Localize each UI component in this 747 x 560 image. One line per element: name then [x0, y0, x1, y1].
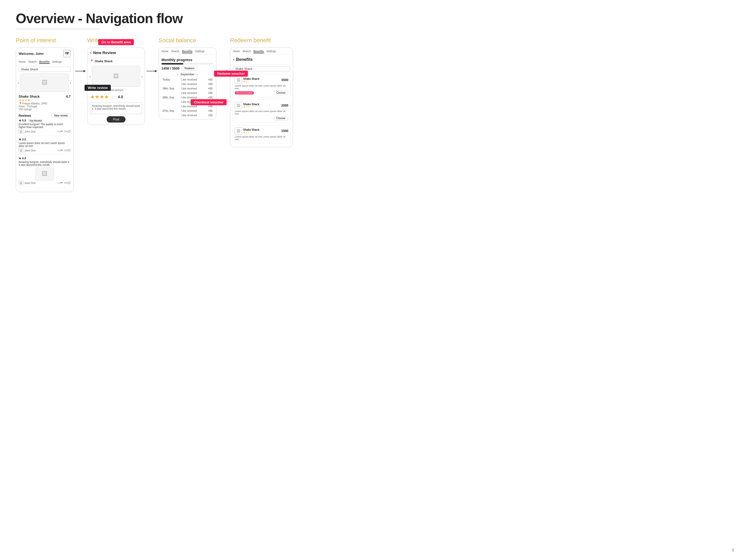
review-item-1: ★ 5.0 Top Review Excellent burguer! The … [19, 119, 71, 136]
go-to-benefit-label: Go to Benefit area [98, 39, 134, 45]
page-title: Overview - Navigation flow [16, 10, 731, 26]
red-nav-benefits[interactable]: Benefits [253, 50, 264, 53]
map-icon: 🗺 [63, 50, 71, 57]
review-star-2: ★ 3.5 [19, 138, 26, 141]
nav-benefits[interactable]: Benefits [39, 60, 49, 64]
table-row: Like received +50 [161, 113, 213, 117]
prev-arrow[interactable]: ‹ [18, 81, 20, 85]
svg-marker-1 [83, 70, 85, 72]
author-name-3: Jane Doe [24, 182, 36, 185]
column-balance: Social balance Redeem voucher Home Searc… [159, 37, 216, 119]
benefit-icon-3: 🖼 [235, 127, 242, 135]
choose-button-2[interactable]: Choose [274, 116, 288, 121]
month-label: September [180, 73, 195, 76]
date-29sep: 29th, Sep [161, 86, 180, 91]
review-counts-1: 120❤ 205💬 [57, 130, 71, 133]
amount-3: +50 [205, 91, 213, 95]
benefit-header-1: 🖼 Shake Shack ★ 4.7 3500 [235, 76, 288, 84]
benefit-item-2: 🖼 Shake Shack ★ 4.7 2000 Lorem Ipsum dol… [232, 100, 291, 123]
review-image-nav: ‹ 🖼 › [87, 66, 145, 87]
red-nav-settings[interactable]: Settings [266, 50, 276, 53]
next-arrow[interactable]: › [70, 81, 71, 85]
review-next-arrow[interactable]: › [141, 74, 143, 78]
type-0: Like received [180, 77, 205, 82]
table-row: Like received +50 [161, 91, 213, 95]
new-review-button[interactable]: New review [51, 113, 71, 118]
poi-nav: Home Search Benefits Settings [16, 58, 73, 65]
nav-search[interactable]: Search [28, 60, 37, 64]
benefits-back-btn[interactable]: ‹ [233, 57, 234, 62]
benefit-name-row-1: 🖼 Shake Shack ★ 4.7 [235, 76, 259, 84]
benefit-icon-2: 🖼 [235, 102, 242, 109]
review-counts-3: 120❤ 200💬 [57, 182, 71, 184]
review-text-1: Excellent burguer! The quality is much h… [19, 123, 71, 129]
review-star-1: ★ 5.0 [19, 119, 26, 122]
social-balance-phone: Home Search Benefits Settings Monthly pr… [159, 48, 216, 119]
poi-rating: 4.7 [66, 95, 71, 99]
amount-8: +50 [205, 113, 213, 117]
date-8 [161, 113, 180, 117]
progress-bar-bg [161, 63, 213, 64]
main-content: Point of interest Welcome, John 🗺 Home S… [16, 37, 731, 192]
back-btn[interactable]: ‹ [90, 50, 92, 55]
review-phone-title: New Review [93, 50, 116, 55]
arrow-poi-to-review [74, 69, 87, 74]
benefit-name-details-1: Shake Shack ★ 4.7 [243, 77, 259, 83]
date-6 [161, 104, 180, 109]
write-review-label: Write review [84, 85, 111, 91]
redeem-phone: Home Search Benefits Settings ‹ Benefits… [230, 48, 293, 147]
bal-nav-search[interactable]: Search [171, 50, 180, 53]
place-icon: 📍 [90, 59, 94, 63]
col-header-redeem: Redeem benefit [230, 37, 293, 44]
bal-nav-benefits[interactable]: Benefits [182, 50, 192, 53]
star-empty: ☆ [31, 99, 34, 102]
benefits-phone-header: ‹ Benefits [230, 55, 293, 64]
nav-home[interactable]: Home [19, 60, 26, 64]
red-nav-home[interactable]: Home [233, 50, 240, 53]
nav-settings[interactable]: Settings [52, 60, 62, 64]
star-rating-row: ★★★★ ☆ 4.0 [87, 92, 145, 101]
table-row: Like received +50 [161, 82, 213, 86]
table-row: 29th, Sep Like received +50 [161, 86, 213, 91]
review-textarea[interactable]: Amazing burguer, everybody should taste … [90, 103, 142, 114]
review-counts-2: 120❤ 200💬 [57, 149, 71, 152]
amount-7: +50 [205, 109, 213, 113]
reviews-header: Reviews New review [19, 113, 71, 118]
benefit-stars-3: ★ 4.7 [243, 131, 259, 134]
benefit-points-2: 2000 [281, 104, 288, 107]
red-nav-search[interactable]: Search [242, 50, 251, 53]
review-prev-arrow[interactable]: ‹ [89, 74, 91, 78]
benefit-item-3: 🖼 Shake Shack ★ 4.7 1500 Lorem Ipsum dol… [232, 125, 291, 144]
month-prev[interactable]: ‹ [177, 73, 178, 76]
date-27sep: 27th, Sep [161, 109, 180, 113]
poi-image: 🖼 [21, 74, 69, 92]
bal-nav-settings[interactable]: Settings [195, 50, 205, 53]
poi-phone-header: Welcome, John 🗺 [16, 48, 73, 58]
column-redeem: Redeem benefit Checkout voucher Home Sea… [230, 37, 293, 147]
post-button[interactable]: Post [107, 116, 126, 123]
author-icon-2: 🖼 [19, 148, 23, 153]
balance-row: 1458 / 3500 Redeem [161, 66, 213, 71]
review-stars[interactable]: ★★★★ [90, 94, 109, 100]
redeem-button[interactable]: Redeem [182, 66, 198, 71]
benefit-icon-1: 🖼 [235, 76, 242, 84]
checkout-voucher-label: Checkout voucher [190, 99, 227, 105]
search-bar[interactable]: Shake Shack [19, 66, 71, 72]
author-name-1: John Doe [24, 130, 36, 133]
go-to-benefit-pill: Go to Benefit area [98, 39, 134, 45]
review-author-3: 🖼 Jane Doe 120❤ 200💬 [19, 181, 71, 185]
benefit-stars-2: ★ 4.7 [243, 106, 259, 108]
benefit-header-2: 🖼 Shake Shack ★ 4.7 2000 [235, 102, 288, 109]
poi-body: Shake Shack 4.7 ★★★★ ☆ 📍 Praças Aliados,… [16, 94, 73, 192]
review-phone-header: ‹ New Review [87, 48, 145, 58]
review-badge-1: Top Review [28, 119, 43, 122]
type-3: Like received [180, 91, 205, 95]
table-row: 27th, Sep Like received +50 [161, 109, 213, 113]
benefit-points-1: 3500 [281, 78, 288, 82]
choose-button-1[interactable]: Choose [274, 90, 288, 95]
type-2: Like received [180, 86, 205, 91]
bal-nav-home[interactable]: Home [161, 50, 169, 53]
month-next[interactable]: › [197, 73, 198, 76]
column-review: Write new review Go to Benefit area Writ… [87, 37, 145, 125]
benefit-stars-1: ★ 4.7 [243, 80, 259, 83]
